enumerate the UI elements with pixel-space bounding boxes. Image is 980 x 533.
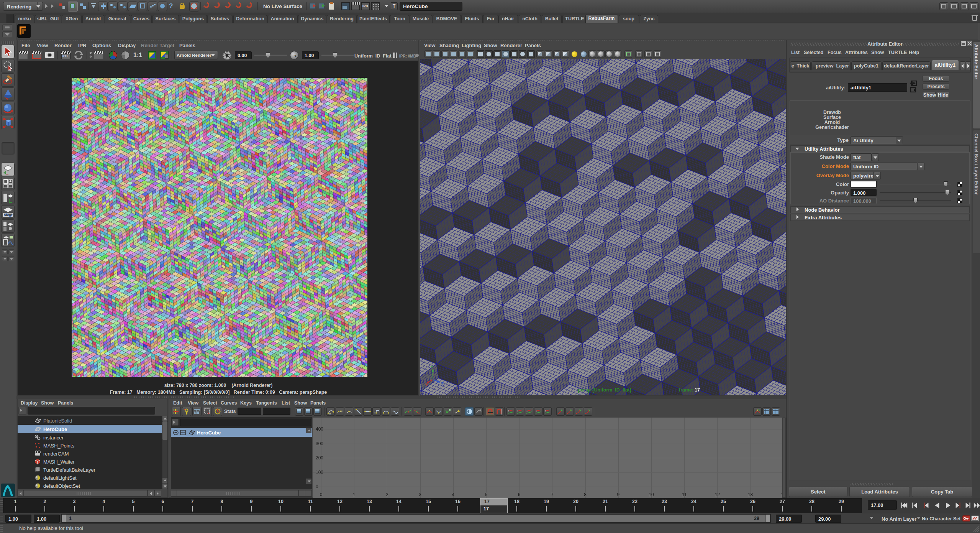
svg-text:X: X	[425, 383, 428, 387]
svg-text:A: A	[329, 412, 331, 415]
svg-text:Y: Y	[431, 366, 433, 369]
svg-text:Z: Z	[441, 382, 444, 386]
